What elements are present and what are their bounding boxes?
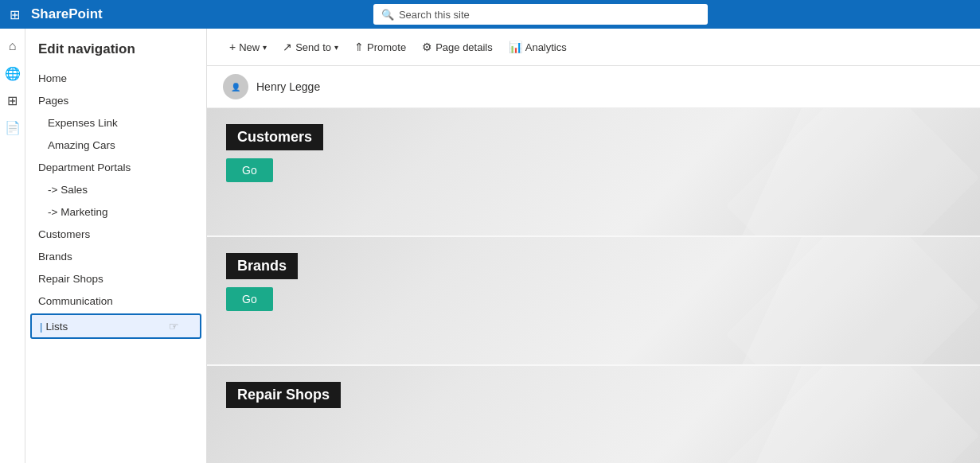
page-details-button[interactable]: ⚙ Page details <box>416 37 499 57</box>
brand-label: SharePoint <box>31 6 103 22</box>
nav-home[interactable]: Home ··· <box>25 67 206 89</box>
analytics-button[interactable]: 📊 Analytics <box>502 37 573 57</box>
send-icon: ↗ <box>283 41 292 53</box>
nav-repair-shops[interactable]: Repair Shops ··· <box>25 267 206 290</box>
brands-go-button[interactable]: Go <box>226 287 273 311</box>
search-placeholder: Search this site <box>399 9 470 21</box>
promote-button[interactable]: ⇑ Promote <box>348 37 412 57</box>
main-layout: Edit navigation Home ··· Pages ··· Expen… <box>25 29 980 463</box>
analytics-icon: 📊 <box>509 41 522 53</box>
icon-rail: ⌂ 🌐 ⊞ 📄 <box>0 29 25 463</box>
user-row: 👤 Henry Legge <box>207 66 980 108</box>
brands-card: Brands Go <box>207 237 980 364</box>
nav-pages[interactable]: Pages ··· <box>25 89 206 111</box>
user-name: Henry Legge <box>256 80 320 93</box>
globe-rail-icon[interactable]: 🌐 <box>2 62 24 84</box>
page-details-icon: ⚙ <box>422 41 432 53</box>
search-box[interactable]: 🔍 Search this site <box>373 4 708 25</box>
repair-shops-card: Repair Shops Go <box>207 366 980 463</box>
avatar: 👤 <box>223 74 248 99</box>
nav-department-portals[interactable]: Department Portals ··· <box>25 156 206 178</box>
sendto-dropdown-icon: ▾ <box>334 43 338 52</box>
cards-area: Customers Go Brands Go Repair Shops Go <box>207 108 980 463</box>
lists-drag-handle: | <box>40 321 42 333</box>
nav-customers[interactable]: Customers ··· <box>25 223 206 245</box>
new-button[interactable]: + New ▾ <box>223 37 273 57</box>
plus-icon: + <box>229 41 236 53</box>
send-to-button[interactable]: ↗ Send to ▾ <box>276 37 345 57</box>
home-rail-icon[interactable]: ⌂ <box>2 35 24 57</box>
toolbar: + New ▾ ↗ Send to ▾ ⇑ Promote ⚙ Page det… <box>207 29 980 66</box>
nav-brands[interactable]: Brands ··· <box>25 245 206 267</box>
main-content: + New ▾ ↗ Send to ▾ ⇑ Promote ⚙ Page det… <box>207 29 980 463</box>
brands-card-title: Brands <box>226 253 298 279</box>
new-dropdown-icon: ▾ <box>263 43 267 52</box>
nav-title: Edit navigation <box>25 41 206 67</box>
nav-amazing-cars[interactable]: Amazing Cars ··· <box>25 134 206 156</box>
repair-shops-card-title: Repair Shops <box>226 382 341 408</box>
grid-icon[interactable]: ⊞ <box>10 7 20 22</box>
nav-communication[interactable]: Communication ··· <box>25 290 206 312</box>
customers-card: Customers Go <box>207 108 980 235</box>
topbar: ⊞ SharePoint 🔍 Search this site <box>0 0 980 29</box>
nav-marketing[interactable]: -> Marketing ··· <box>25 200 206 223</box>
cursor-icon: ☞ <box>169 320 179 333</box>
promote-icon: ⇑ <box>354 41 364 53</box>
nav-lists[interactable]: | Lists ☞ ··· <box>30 313 201 339</box>
search-icon: 🔍 <box>381 9 394 21</box>
grid-rail-icon[interactable]: ⊞ <box>2 89 24 111</box>
customers-go-button[interactable]: Go <box>226 158 273 182</box>
nav-expenses-link[interactable]: Expenses Link ··· <box>25 111 206 134</box>
left-nav-panel: Edit navigation Home ··· Pages ··· Expen… <box>25 29 207 463</box>
nav-sales[interactable]: -> Sales ··· <box>25 178 206 200</box>
customers-card-title: Customers <box>226 124 323 150</box>
document-rail-icon[interactable]: 📄 <box>2 116 24 138</box>
